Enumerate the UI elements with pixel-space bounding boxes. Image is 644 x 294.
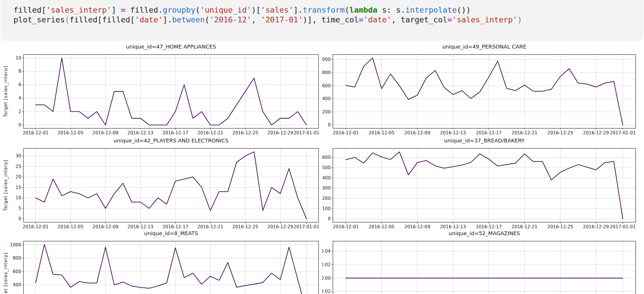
subplot-axes: 2016-12-012016-12-052016-12-092016-12-13… bbox=[322, 135, 644, 232]
code-token-br: ( bbox=[65, 15, 69, 24]
code-line-2: plot_series(filled[filled['date'].betwee… bbox=[13, 15, 637, 25]
subplot-49-personal-care: unique_id=49_PERSONAL CARE 2016-12-01201… bbox=[322, 41, 644, 138]
y-tick-label: 30 bbox=[15, 153, 21, 158]
y-axis-label: Target [sales_interp] bbox=[3, 252, 9, 294]
code-token-str: '2017-01' bbox=[261, 15, 303, 24]
code-token-op: = bbox=[359, 15, 363, 24]
y-tick-label: 5 bbox=[18, 206, 21, 211]
code-token-op: = bbox=[121, 5, 125, 14]
code-token-pln: ()) bbox=[457, 5, 471, 14]
grid-lines bbox=[24, 55, 319, 128]
code-token-fn: between bbox=[172, 15, 205, 24]
tick-marks bbox=[331, 157, 623, 224]
y-tick-labels: 051015202530 bbox=[15, 153, 21, 221]
y-tick-label: 300 bbox=[322, 185, 331, 191]
code-token-pln: ] bbox=[111, 5, 121, 14]
y-tick-label: 0 bbox=[18, 122, 21, 127]
grid-lines bbox=[333, 55, 636, 128]
code-token-pln: ]. bbox=[163, 15, 172, 24]
y-tick-label: 0 bbox=[328, 216, 331, 221]
y-tick-label: 800 bbox=[13, 256, 21, 261]
series-line bbox=[346, 58, 623, 125]
subplot-8-meats: unique_id=8_MEATS 2016-12-012016-12-0520… bbox=[0, 227, 322, 294]
code-token-str: 'date' bbox=[363, 15, 391, 24]
y-tick-label: 200 bbox=[322, 109, 331, 115]
subplot-axes: 2016-12-012016-12-052016-12-092016-12-13… bbox=[0, 227, 322, 294]
code-token-str: '2016-12' bbox=[210, 15, 251, 24]
code-token-pln: ( bbox=[205, 15, 210, 24]
y-tick-label: 0 bbox=[328, 122, 331, 127]
y-tick-label: 4 bbox=[18, 96, 21, 101]
code-token-str: 'sales' bbox=[261, 5, 294, 14]
code-token-fn: groupby bbox=[163, 5, 195, 14]
y-tick-label: 0.04 bbox=[322, 249, 331, 254]
series-line bbox=[36, 152, 307, 219]
code-token-pln: ( bbox=[195, 5, 200, 14]
y-tick-label: 15 bbox=[15, 185, 21, 190]
y-tick-label: 200 bbox=[322, 196, 331, 201]
code-token-pln: , target_col bbox=[391, 15, 447, 24]
y-tick-label: 600 bbox=[322, 155, 331, 160]
y-tick-labels: 0100200300400500600 bbox=[322, 155, 331, 221]
y-tick-label: 100 bbox=[322, 206, 331, 211]
y-tick-label: 1000 bbox=[10, 242, 21, 247]
y-tick-labels: −0.04−0.020.000.020.04 bbox=[322, 249, 331, 294]
subplot-47-home-appliances: unique_id=47_HOME APPLIANCES 2016-12-012… bbox=[0, 41, 322, 138]
code-token-str: 'sales_interp' bbox=[452, 15, 517, 24]
tick-marks bbox=[331, 59, 623, 130]
subplot-axes: 2016-12-012016-12-052016-12-092016-12-13… bbox=[0, 135, 322, 232]
code-token-str: 'date' bbox=[135, 15, 163, 24]
subplot-axes: 2016-12-012016-12-052016-12-092016-12-13… bbox=[322, 41, 644, 138]
y-tick-label: 400 bbox=[322, 175, 331, 181]
code-token-fn: transform bbox=[303, 5, 345, 14]
grid-lines bbox=[24, 241, 319, 294]
code-token-pln: , bbox=[251, 15, 261, 24]
tick-marks bbox=[331, 251, 623, 294]
code-token-br: ) bbox=[517, 15, 522, 24]
y-tick-label: 0.00 bbox=[322, 276, 331, 281]
code-token-pln: )], time_col bbox=[303, 15, 359, 24]
tick-marks bbox=[22, 245, 307, 294]
y-tick-labels: 0246810 bbox=[15, 55, 21, 128]
code-token-pln: ( bbox=[345, 5, 349, 14]
axes-spines bbox=[24, 241, 319, 294]
code-token-pln: filled[ bbox=[13, 5, 46, 14]
axes-spines bbox=[333, 55, 636, 128]
code-token-op: = bbox=[447, 15, 452, 24]
y-tick-label: 400 bbox=[13, 282, 21, 287]
y-axis-label: Target [sales_interp] bbox=[3, 66, 9, 117]
y-tick-label: 600 bbox=[13, 269, 21, 274]
code-token-pln: )[ bbox=[251, 5, 261, 14]
axes-spines bbox=[24, 55, 319, 128]
grid-lines bbox=[24, 148, 319, 222]
tick-marks bbox=[22, 58, 307, 130]
y-tick-labels: 02004006008001000 bbox=[322, 57, 331, 127]
axes-spines bbox=[333, 241, 636, 294]
y-tick-label: 10 bbox=[15, 55, 21, 61]
code-token-str: 'unique_id' bbox=[200, 5, 251, 14]
subplot-37-bread-bakery: unique_id=37_BREAD/BAKERY 2016-12-012016… bbox=[322, 135, 644, 232]
y-tick-label: 2 bbox=[18, 109, 21, 114]
subplot-42-players-and-electronics: unique_id=42_PLAYERS AND ELECTRONICS 201… bbox=[0, 135, 322, 232]
code-token-fn: interpolate bbox=[406, 5, 457, 14]
code-token-kw: lambda bbox=[349, 5, 377, 14]
y-tick-label: 8 bbox=[18, 69, 21, 74]
code-token-pln: filled. bbox=[125, 5, 163, 14]
y-tick-labels: 02004006008001000 bbox=[10, 242, 21, 294]
tick-marks bbox=[22, 156, 307, 224]
y-tick-label: 1000 bbox=[322, 57, 331, 62]
subplot-52-magazines: unique_id=52_MAGAZINES 2016-12-012016-12… bbox=[322, 227, 644, 294]
series-line bbox=[346, 152, 623, 219]
code-cell[interactable]: filled['sales_interp'] = filled.groupby(… bbox=[1, 0, 643, 41]
y-tick-label: 25 bbox=[15, 164, 21, 169]
figure-output: unique_id=47_HOME APPLIANCES 2016-12-012… bbox=[0, 41, 644, 294]
code-token-pln: filled[filled[ bbox=[69, 15, 135, 24]
grid-lines bbox=[333, 148, 636, 222]
y-tick-label: 10 bbox=[15, 195, 21, 200]
y-tick-label: 20 bbox=[15, 174, 21, 179]
code-line-1: filled['sales_interp'] = filled.groupby(… bbox=[13, 5, 637, 15]
subplot-axes: 2016-12-012016-12-052016-12-092016-12-13… bbox=[322, 227, 644, 294]
y-tick-label: 0 bbox=[18, 216, 21, 221]
grid-lines bbox=[333, 241, 636, 294]
series-line bbox=[36, 58, 307, 125]
